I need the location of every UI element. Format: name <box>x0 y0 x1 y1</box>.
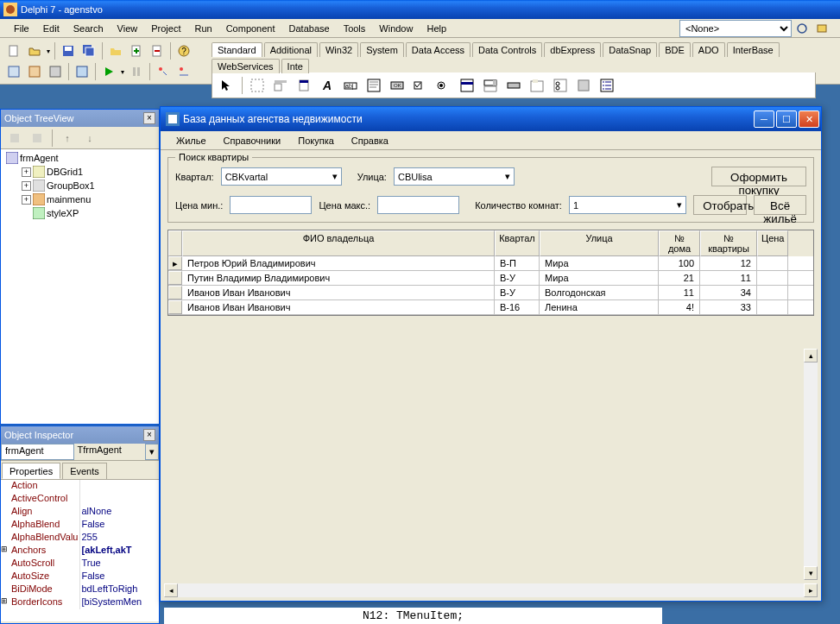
expand-icon[interactable]: + <box>22 167 31 177</box>
tab-properties[interactable]: Properties <box>2 463 60 479</box>
tab-data-controls[interactable]: Data Controls <box>472 42 542 57</box>
tab-events[interactable]: Events <box>62 463 107 479</box>
tab-webservices[interactable]: WebServices <box>212 59 280 73</box>
input-price-max[interactable] <box>377 196 459 214</box>
tab-dbexpress[interactable]: dbExpress <box>544 42 601 57</box>
ide-none-combo[interactable]: <None> <box>679 20 792 37</box>
menu-database[interactable]: Database <box>282 22 337 35</box>
scroll-down-icon[interactable]: ▾ <box>804 566 818 580</box>
app-menu-spravochniki[interactable]: Справочники <box>215 134 290 148</box>
th-fio[interactable]: ФИО владельца <box>182 230 495 256</box>
table-row[interactable]: Иванов Иван ИвановичВ-УВолгодонская1134 <box>168 286 813 300</box>
tab-interbase[interactable]: InterBase <box>727 42 780 57</box>
checkbox-icon[interactable] <box>409 74 432 97</box>
button-filter[interactable]: Отобрать <box>693 195 747 215</box>
minimize-button[interactable]: ─ <box>754 110 774 128</box>
arrow-icon[interactable] <box>216 74 238 97</box>
th-kvartal[interactable]: Квартал <box>495 230 540 256</box>
menu-component[interactable]: Component <box>219 22 282 35</box>
prop-row[interactable]: Action <box>1 480 159 493</box>
panel-icon[interactable] <box>572 74 595 97</box>
app-menu-pokupka[interactable]: Покупка <box>289 134 343 148</box>
prop-row[interactable]: AlphaBlendFalse <box>1 519 159 532</box>
step-over-icon[interactable] <box>174 62 193 81</box>
actionlist-icon[interactable] <box>596 74 618 97</box>
table-row[interactable]: ▸Петров Юрий ВладимировичВ-ПМира10012 <box>168 256 813 271</box>
combo-ulitsa[interactable]: CBUlisa▾ <box>394 167 515 186</box>
tree-stylexp[interactable]: styleXP <box>22 206 157 220</box>
th-ulitsa[interactable]: Улица <box>540 230 659 256</box>
property-grid[interactable]: ActionActiveControlAlignalNoneAlphaBlend… <box>1 480 159 621</box>
prop-row[interactable]: ActiveControl <box>1 493 159 506</box>
th-price[interactable]: Цена <box>757 230 788 256</box>
new-icon[interactable] <box>4 41 23 60</box>
sync-icon[interactable] <box>793 19 812 38</box>
tree-up-icon[interactable]: ↑ <box>58 129 77 148</box>
maximize-button[interactable]: ☐ <box>776 110 797 128</box>
listbox-icon[interactable] <box>456 74 478 97</box>
menu-file[interactable]: File <box>7 22 36 35</box>
tree-dbgrid[interactable]: + DBGrid1 <box>22 165 157 179</box>
open-icon[interactable] <box>25 41 44 60</box>
app-title-bar[interactable]: База данных агенства недвижимости ─ ☐ ✕ <box>161 107 821 131</box>
menu-help[interactable]: Help <box>420 22 453 35</box>
tree-down-icon[interactable]: ↓ <box>80 129 99 148</box>
th-dom[interactable]: № дома <box>659 230 700 256</box>
add-file-icon[interactable] <box>127 41 146 60</box>
chevron-down-icon[interactable]: ▾ <box>145 444 159 460</box>
prop-row[interactable]: BorderIcons[biSystemMen <box>1 596 159 609</box>
new-form-icon[interactable] <box>73 62 92 81</box>
menu-window[interactable]: Window <box>372 22 420 35</box>
expand-icon[interactable]: + <box>22 181 31 191</box>
table-row[interactable]: Путин Владимир ВладимировичВ-УМира2111 <box>168 271 813 286</box>
input-price-min[interactable] <box>230 196 312 214</box>
grid-vertical-scrollbar[interactable]: ▴ ▾ <box>804 349 818 580</box>
prop-row[interactable]: Anchors[akLeft,akT <box>1 545 159 558</box>
inspector-close-icon[interactable]: × <box>143 429 155 441</box>
menu-run[interactable]: Run <box>187 22 218 35</box>
th-kvartiry[interactable]: № квартиры <box>700 230 757 256</box>
scroll-up-icon[interactable]: ▴ <box>804 349 818 362</box>
menu-search[interactable]: Search <box>66 22 111 35</box>
close-button[interactable]: ✕ <box>799 110 819 128</box>
menu-tools[interactable]: Tools <box>337 22 373 35</box>
scroll-left-icon[interactable]: ◂ <box>164 583 178 597</box>
prop-row[interactable]: BiDiModebdLeftToRigh <box>1 583 159 596</box>
menu-edit[interactable]: Edit <box>36 22 66 35</box>
open-project-icon[interactable] <box>106 41 125 60</box>
mainmenu-icon[interactable] <box>269 74 292 97</box>
button-all[interactable]: Всё жильё <box>754 195 806 215</box>
popupmenu-icon[interactable] <box>293 74 315 97</box>
frames-icon[interactable] <box>246 74 268 97</box>
browse-icon[interactable] <box>813 19 832 38</box>
menu-project[interactable]: Project <box>144 22 187 35</box>
prop-row[interactable]: AutoScrollTrue <box>1 558 159 570</box>
prop-row[interactable]: AutoSizeFalse <box>1 570 159 583</box>
help-icon[interactable]: ? <box>174 41 193 60</box>
tree-root[interactable]: frmAgent <box>6 151 157 165</box>
data-grid[interactable]: ФИО владельца Квартал Улица № дома № ква… <box>167 230 814 316</box>
menu-view[interactable]: View <box>111 22 145 35</box>
prop-row[interactable]: AlphaBlendValu255 <box>1 532 159 545</box>
button-icon[interactable]: OK <box>386 74 408 97</box>
expand-icon[interactable]: + <box>22 195 31 205</box>
tab-standard[interactable]: Standard <box>212 42 262 57</box>
tree-groupbox[interactable]: + GroupBox1 <box>22 179 157 192</box>
scrollbar-icon[interactable] <box>502 74 525 97</box>
label-icon[interactable]: A <box>316 74 338 97</box>
view-form-icon[interactable] <box>25 62 44 81</box>
toggle-icon[interactable] <box>46 62 65 81</box>
table-row[interactable]: Иванов Иван ИвановичВ-16Ленина4!33 <box>168 300 813 315</box>
tab-additional[interactable]: Additional <box>264 42 318 57</box>
tab-ado[interactable]: ADO <box>692 42 725 57</box>
tab-data-access[interactable]: Data Access <box>406 42 471 57</box>
tab-win32[interactable]: Win32 <box>319 42 358 57</box>
save-icon[interactable] <box>59 41 78 60</box>
button-arrange[interactable]: Оформить покупку <box>711 167 806 186</box>
tree-tool2-icon[interactable] <box>28 129 47 148</box>
combobox-icon[interactable] <box>479 74 502 97</box>
save-all-icon[interactable] <box>79 41 98 60</box>
trace-into-icon[interactable] <box>154 62 173 81</box>
groupbox-icon[interactable] <box>526 74 548 97</box>
inspector-object-combo[interactable]: frmAgent TfrmAgent ▾ <box>1 444 159 461</box>
